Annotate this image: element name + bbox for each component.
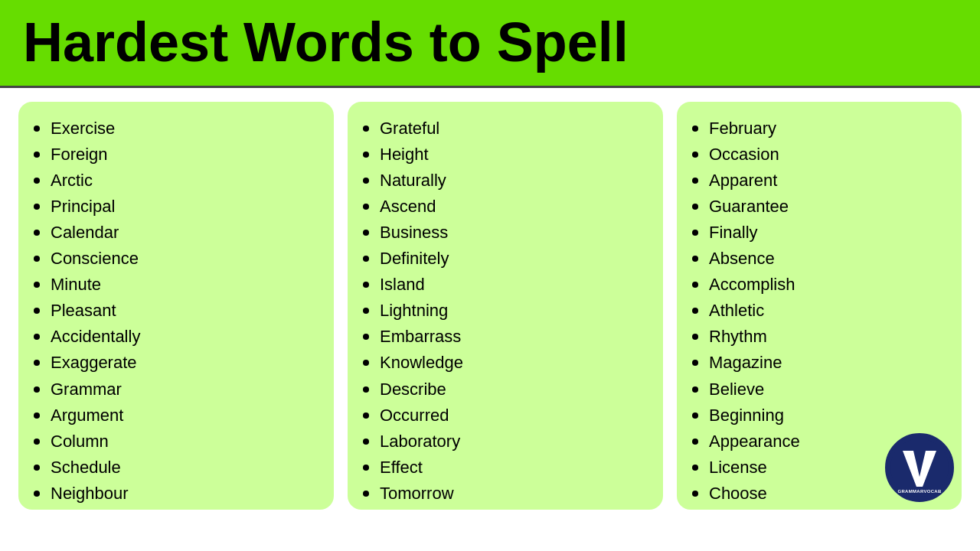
bullet-icon	[34, 491, 40, 497]
bullet-icon	[363, 204, 369, 210]
word-label: Definitely	[380, 246, 449, 272]
bullet-icon	[34, 308, 40, 314]
list-item: Absence	[692, 246, 946, 272]
bullet-icon	[692, 204, 698, 210]
list-item: Calendar	[34, 220, 318, 246]
word-label: Ascend	[380, 194, 436, 220]
word-label: Absence	[709, 246, 775, 272]
word-label: Argument	[51, 403, 123, 429]
list-item: Foreign	[34, 142, 318, 168]
bullet-icon	[34, 282, 40, 288]
word-label: Exercise	[51, 116, 115, 142]
list-item: Rhythm	[692, 324, 946, 350]
bullet-icon	[34, 334, 40, 340]
bullet-icon	[692, 282, 698, 288]
bullet-icon	[34, 178, 40, 184]
bullet-icon	[34, 230, 40, 236]
bullet-icon	[363, 491, 369, 497]
list-item: Magazine	[692, 350, 946, 376]
word-label: Occurred	[380, 403, 449, 429]
word-label: Grammar	[51, 377, 122, 403]
word-label: Guarantee	[709, 194, 789, 220]
list-item: Finally	[692, 220, 946, 246]
bullet-icon	[363, 256, 369, 262]
word-label: Tomorrow	[380, 481, 454, 507]
word-label: Appearance	[709, 429, 800, 455]
bullet-icon	[692, 256, 698, 262]
word-label: Principal	[51, 194, 115, 220]
list-item: Beginning	[692, 403, 946, 429]
list-item: Conscience	[34, 246, 318, 272]
bullet-icon	[363, 439, 369, 445]
logo: GRAMMARVOCAB	[885, 433, 954, 502]
word-label: Embarrass	[380, 324, 461, 350]
bullet-icon	[692, 126, 698, 132]
word-label: Magazine	[709, 350, 782, 376]
list-item: Arctic	[34, 168, 318, 194]
list-item: Argument	[34, 403, 318, 429]
list-item: Ascend	[363, 194, 648, 220]
list-item: Laboratory	[363, 429, 648, 455]
bullet-icon	[363, 230, 369, 236]
list-item: February	[692, 116, 946, 142]
list-item: Occasion	[692, 142, 946, 168]
word-list-col1: ExerciseForeignArcticPrincipalCalendarCo…	[18, 102, 334, 510]
bullet-icon	[363, 386, 369, 393]
bullet-icon	[34, 256, 40, 262]
bullet-icon	[692, 230, 698, 236]
list-item: Business	[363, 220, 648, 246]
list-item: Apparent	[692, 168, 946, 194]
list-item: Guarantee	[692, 194, 946, 220]
bullet-icon	[34, 360, 40, 366]
svg-text:GRAMMARVOCAB: GRAMMARVOCAB	[897, 489, 942, 494]
bullet-icon	[363, 465, 369, 471]
word-list-col2: GratefulHeightNaturallyAscendBusinessDef…	[348, 102, 663, 510]
word-label: Apparent	[709, 168, 777, 194]
bullet-icon	[363, 360, 369, 366]
list-item: Grammar	[34, 377, 318, 403]
list-item: Lightning	[363, 298, 648, 324]
list-item: Principal	[34, 194, 318, 220]
list-item: Accomplish	[692, 272, 946, 298]
bullet-icon	[692, 360, 698, 366]
list-item: Athletic	[692, 298, 946, 324]
list-item: Describe	[363, 377, 648, 403]
word-label: Conscience	[51, 246, 139, 272]
word-label: Pleasant	[51, 298, 116, 324]
word-label: Describe	[380, 377, 446, 403]
bullet-icon	[692, 465, 698, 471]
col3-wrapper: FebruaryOccasionApparentGuaranteeFinally…	[677, 102, 962, 510]
list-item: Occurred	[363, 403, 648, 429]
list-item: Pleasant	[34, 298, 318, 324]
bullet-icon	[34, 204, 40, 210]
word-label: Neighbour	[51, 481, 129, 507]
bullet-icon	[363, 412, 369, 419]
word-label: Laboratory	[380, 429, 460, 455]
word-label: Believe	[709, 377, 764, 403]
bullet-icon	[363, 308, 369, 314]
list-item: Exercise	[34, 116, 318, 142]
list-item: Neighbour	[34, 481, 318, 507]
bullet-icon	[692, 152, 698, 158]
bullet-icon	[692, 412, 698, 419]
bullet-icon	[34, 412, 40, 419]
word-label: Choose	[709, 481, 767, 507]
bullet-icon	[34, 152, 40, 158]
bullet-icon	[363, 334, 369, 340]
page-title: Hardest Words to Spell	[23, 14, 957, 72]
list-item: Island	[363, 272, 648, 298]
word-label: Business	[380, 220, 448, 246]
word-label: Minute	[51, 272, 101, 298]
list-item: Effect	[363, 455, 648, 481]
bullet-icon	[692, 386, 698, 393]
bullet-icon	[363, 152, 369, 158]
word-label: Arctic	[51, 168, 93, 194]
bullet-icon	[34, 386, 40, 393]
bullet-icon	[363, 178, 369, 184]
content-area: ExerciseForeignArcticPrincipalCalendarCo…	[0, 88, 980, 520]
word-label: Finally	[709, 220, 758, 246]
word-label: Schedule	[51, 455, 121, 481]
list-item: Minute	[34, 272, 318, 298]
word-label: Foreign	[51, 142, 108, 168]
bullet-icon	[34, 465, 40, 471]
